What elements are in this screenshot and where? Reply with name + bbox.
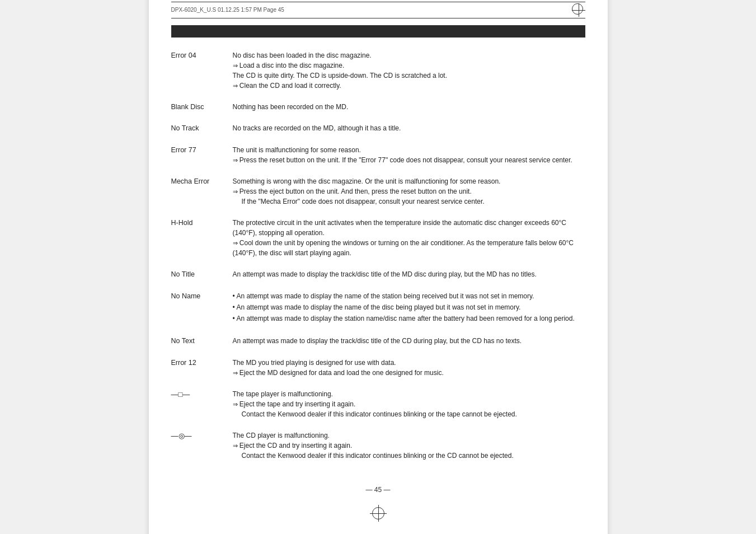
row-description: Nothing has been recorded on the MD. — [233, 99, 585, 115]
table-row: No NameAn attempt was made to display th… — [171, 288, 585, 327]
desc-indent: Contact the Kenwood dealer if this indic… — [242, 451, 581, 461]
arrow-icon: ⇒ — [233, 157, 238, 163]
desc-indent: Contact the Kenwood dealer if this indic… — [242, 409, 581, 419]
cd-icon: ―◎― — [171, 432, 192, 440]
bullet-item: An attempt was made to display the name … — [233, 291, 581, 301]
desc-arrow: ⇒ Clean the CD and load it correctly. — [233, 81, 581, 91]
desc-arrow: ⇒ Cool down the unit by opening the wind… — [233, 238, 581, 258]
bullet-item: An attempt was made to display the name … — [233, 302, 581, 312]
desc-indent: If the "Mecha Error" code does not disap… — [242, 196, 581, 207]
table-row: No TextAn attempt was made to display th… — [171, 333, 585, 349]
row-description: The unit is malfunctioning for some reas… — [233, 142, 585, 168]
arrow-icon: ⇒ — [233, 62, 238, 69]
table-row: Error 77The unit is malfunctioning for s… — [171, 142, 585, 168]
row-spacer — [171, 209, 585, 215]
row-spacer — [171, 93, 585, 99]
row-spacer — [171, 349, 585, 355]
table-row: ―◎―The CD player is malfunctioning.⇒ Eje… — [171, 428, 585, 463]
row-spacer — [171, 422, 585, 428]
desc-arrow: ⇒ Press the reset button on the unit. If… — [233, 155, 581, 165]
row-description: The tape player is malfunctioning.⇒ Ejec… — [233, 386, 585, 422]
arrow-icon: ⇒ — [233, 188, 238, 195]
row-description: No disc has been loaded in the disc maga… — [233, 48, 585, 93]
row-description: An attempt was made to display the track… — [233, 266, 585, 283]
desc-arrow: ⇒ Eject the CD and try inserting it agai… — [233, 441, 581, 451]
table-row: No TitleAn attempt was made to display t… — [171, 266, 585, 283]
row-spacer — [171, 115, 585, 120]
row-description: The MD you tried playing is designed for… — [233, 355, 585, 381]
page-header-meta: DPX-6020_K_U.S 01.12.25 1:57 PM Page 45 — [171, 2, 585, 18]
page-number: — 45 — — [171, 486, 585, 494]
desc-text: The unit is malfunctioning for some reas… — [233, 145, 581, 155]
row-label: Mecha Error — [171, 174, 233, 209]
desc-text: The CD is quite dirty. The CD is upside-… — [233, 71, 581, 81]
row-label: ―□― — [171, 386, 233, 422]
table-row: Blank DiscNothing has been recorded on t… — [171, 99, 585, 115]
arrow-icon: ⇒ — [233, 401, 238, 407]
table-row: Mecha ErrorSomething is wrong with the d… — [171, 174, 585, 209]
row-spacer — [171, 168, 585, 174]
desc-text: The protective circuit in the unit activ… — [233, 218, 581, 238]
row-description: The CD player is malfunctioning.⇒ Eject … — [233, 428, 585, 463]
desc-text: The CD player is malfunctioning. — [233, 430, 581, 441]
row-label: Blank Disc — [171, 99, 233, 115]
row-label: No Title — [171, 266, 233, 283]
row-label: ―◎― — [171, 428, 233, 463]
desc-arrow: ⇒ Press the eject button on the unit. An… — [233, 186, 581, 196]
row-spacer — [171, 463, 585, 469]
page-container: DPX-6020_K_U.S 01.12.25 1:57 PM Page 45 … — [149, 0, 608, 534]
row-description: An attempt was made to display the track… — [233, 333, 585, 349]
desc-arrow: ⇒ Load a disc into the disc magazine. — [233, 60, 581, 71]
desc-text: Something is wrong with the disc magazin… — [233, 176, 581, 186]
row-label: No Text — [171, 333, 233, 349]
row-label: H-Hold — [171, 215, 233, 261]
table-row: No TrackNo tracks are recorded on the MD… — [171, 120, 585, 137]
desc-text: No disc has been loaded in the disc maga… — [233, 50, 581, 60]
row-label: Error 04 — [171, 48, 233, 93]
table-row: ―□―The tape player is malfunctioning.⇒ E… — [171, 386, 585, 422]
row-label: Error 77 — [171, 142, 233, 168]
arrow-icon: ⇒ — [233, 240, 238, 246]
arrow-icon: ⇒ — [233, 369, 238, 376]
desc-text: No tracks are recorded on the MD, althou… — [233, 123, 581, 133]
error-table: Error 04No disc has been loaded in the d… — [171, 48, 585, 469]
desc-text: An attempt was made to display the track… — [233, 336, 581, 346]
row-label: No Track — [171, 120, 233, 137]
bottom-registration — [171, 505, 585, 522]
row-description: An attempt was made to display the name … — [233, 288, 585, 327]
row-spacer — [171, 261, 585, 266]
header-text: DPX-6020_K_U.S 01.12.25 1:57 PM Page 45 — [171, 7, 284, 13]
table-row: Error 12The MD you tried playing is desi… — [171, 355, 585, 381]
row-spacer — [171, 327, 585, 333]
bullet-item: An attempt was made to display the stati… — [233, 313, 581, 324]
desc-text: Nothing has been recorded on the MD. — [233, 102, 581, 112]
desc-arrow: ⇒ Eject the MD designed for data and loa… — [233, 368, 581, 378]
row-description: The protective circuit in the unit activ… — [233, 215, 585, 261]
row-description: No tracks are recorded on the MD, althou… — [233, 120, 585, 137]
tape-icon: ―□― — [171, 390, 190, 399]
row-label: No Name — [171, 288, 233, 327]
desc-arrow: ⇒ Eject the tape and try inserting it ag… — [233, 399, 581, 409]
row-spacer — [171, 283, 585, 288]
dark-header-bar — [171, 25, 585, 38]
row-description: Something is wrong with the disc magazin… — [233, 174, 585, 209]
arrow-icon: ⇒ — [233, 442, 238, 449]
row-spacer — [171, 137, 585, 142]
row-spacer — [171, 381, 585, 386]
row-label: Error 12 — [171, 355, 233, 381]
desc-text: The tape player is malfunctioning. — [233, 389, 581, 399]
table-row: H-HoldThe protective circuit in the unit… — [171, 215, 585, 261]
desc-text: The MD you tried playing is designed for… — [233, 358, 581, 368]
desc-text: An attempt was made to display the track… — [233, 269, 581, 279]
arrow-icon: ⇒ — [233, 82, 238, 89]
bullet-list: An attempt was made to display the name … — [233, 291, 581, 324]
table-row: Error 04No disc has been loaded in the d… — [171, 48, 585, 93]
